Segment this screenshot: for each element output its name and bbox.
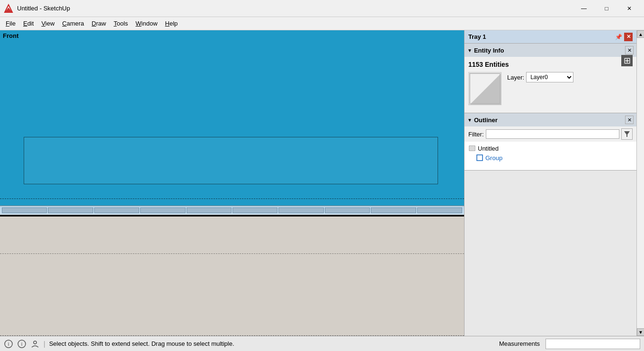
filter-label: Filter:	[468, 131, 484, 138]
menu-draw[interactable]: Draw	[88, 19, 110, 28]
app-icon	[4, 4, 13, 13]
tree-item-group[interactable]: Group	[476, 153, 633, 162]
scroll-up-button[interactable]: ▲	[637, 30, 644, 38]
strip-seg	[325, 207, 370, 213]
right-panel-wrapper: Tray 1 📌 ✕ ▼ Entity Info ✕ 1153 Entities…	[464, 30, 644, 336]
svg-point-13	[34, 341, 36, 344]
scrollbar-strip[interactable]	[0, 206, 464, 215]
dashed-line-bottom	[0, 335, 464, 336]
minimize-button[interactable]: —	[573, 1, 595, 16]
titlebar: Untitled - SketchUp — □ ✕	[0, 0, 644, 17]
scroll-track	[637, 38, 644, 328]
status-icon-3[interactable]	[30, 339, 40, 349]
tree-label-untitled: Untitled	[478, 145, 499, 152]
menu-edit[interactable]: Edit	[19, 19, 37, 28]
strip-inner	[0, 206, 464, 215]
entity-info-title: Entity Info	[474, 47, 625, 54]
viewport-bottom[interactable]	[0, 216, 464, 336]
group-icon	[476, 154, 483, 162]
main-layout: Front	[0, 30, 644, 336]
entity-thumbnail	[468, 72, 501, 105]
tray-close-button[interactable]: ✕	[624, 33, 633, 41]
entity-layer-row: Layer: Layer0 Layer1	[507, 72, 573, 82]
filter-input[interactable]	[486, 129, 620, 139]
entity-info-section: ▼ Entity Info ✕ 1153 Entities ⊞	[465, 44, 636, 113]
statusbar: i i | Select objects. Shift to extend se…	[0, 336, 644, 351]
measurements-input[interactable]	[546, 339, 640, 349]
svg-rect-8	[477, 155, 483, 161]
strip-seg	[278, 207, 323, 213]
dashed-line-mid	[0, 253, 464, 254]
menu-help[interactable]: Help	[161, 19, 182, 28]
entity-info-close-button[interactable]: ✕	[625, 46, 634, 54]
svg-text:i: i	[8, 341, 9, 347]
outliner-arrow: ▼	[467, 117, 472, 123]
layer-select[interactable]: Layer0 Layer1	[526, 72, 573, 82]
status-message: Select objects. Shift to extend select. …	[49, 340, 495, 347]
outliner-title: Outliner	[474, 117, 625, 124]
menu-window[interactable]: Window	[132, 19, 161, 28]
status-icon-1[interactable]: i	[4, 339, 13, 349]
entity-info-arrow: ▼	[467, 48, 472, 53]
status-separator: |	[44, 340, 45, 348]
right-scrollbar[interactable]: ▲ ▼	[636, 30, 644, 336]
svg-marker-5	[624, 131, 630, 137]
strip-seg	[233, 207, 277, 213]
restore-button[interactable]: □	[596, 1, 617, 16]
status-icon-2[interactable]: i	[17, 339, 27, 349]
layer-label: Layer:	[507, 74, 524, 81]
expand-button[interactable]: ⊞	[621, 55, 633, 66]
entity-info-header[interactable]: ▼ Entity Info ✕	[465, 44, 636, 57]
scroll-down-button[interactable]: ▼	[637, 328, 644, 336]
strip-seg	[94, 207, 139, 213]
filter-row: Filter:	[465, 126, 636, 142]
menu-camera[interactable]: Camera	[58, 19, 88, 28]
model-icon	[468, 144, 476, 152]
tree-item-untitled[interactable]: Untitled	[468, 144, 633, 153]
menubar: File Edit View Camera Draw Tools Window …	[0, 17, 644, 30]
entity-info-body: 1153 Entities ⊞	[465, 57, 636, 113]
close-button[interactable]: ✕	[618, 1, 640, 16]
menu-tools[interactable]: Tools	[110, 19, 132, 28]
entity-count: 1153 Entities	[468, 61, 633, 68]
svg-text:i: i	[21, 341, 22, 347]
right-panel: Tray 1 📌 ✕ ▼ Entity Info ✕ 1153 Entities…	[464, 30, 636, 336]
filter-button[interactable]	[621, 128, 633, 140]
window-controls: — □ ✕	[573, 1, 640, 16]
strip-seg	[140, 207, 185, 213]
tray-header: Tray 1 📌 ✕	[465, 30, 636, 44]
strip-seg	[417, 207, 462, 213]
svg-marker-2	[469, 73, 501, 105]
viewport-canvas[interactable]: Front	[0, 30, 464, 206]
outliner-section: ▼ Outliner ✕ Filter:	[465, 113, 636, 171]
selection-box	[24, 137, 438, 184]
tray-pin-icon[interactable]: 📌	[615, 34, 622, 40]
strip-seg	[371, 207, 416, 213]
viewport: Front	[0, 30, 464, 336]
menu-file[interactable]: File	[2, 19, 19, 28]
strip-seg	[2, 207, 47, 213]
measurements-label: Measurements	[499, 340, 540, 347]
window-title: Untitled - SketchUp	[17, 5, 573, 12]
view-label: Front	[3, 32, 18, 39]
tray-title: Tray 1	[468, 33, 615, 40]
entity-preview-area: Layer: Layer0 Layer1	[468, 72, 633, 105]
outliner-header[interactable]: ▼ Outliner ✕	[465, 113, 636, 126]
svg-rect-7	[470, 147, 474, 150]
outliner-close-button[interactable]: ✕	[625, 116, 634, 124]
entity-layer-info: Layer: Layer0 Layer1	[507, 72, 573, 82]
menu-view[interactable]: View	[37, 19, 58, 28]
dashed-line-top	[0, 198, 464, 199]
tree-label-group: Group	[485, 154, 502, 162]
outliner-tree: Untitled Group	[465, 142, 636, 170]
strip-seg	[187, 207, 232, 213]
strip-seg	[48, 207, 93, 213]
